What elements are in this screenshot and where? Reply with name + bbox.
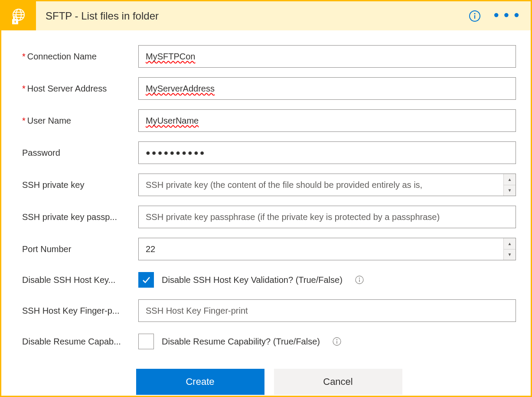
more-icon[interactable]: ● ● ● [493,9,520,23]
info-icon[interactable] [355,275,364,285]
password-input[interactable]: ●●●●●●●●●● [138,141,516,164]
svg-point-15 [336,339,337,340]
chevron-down-icon[interactable]: ▼ [504,185,516,196]
host-address-input[interactable]: MyServerAddress [138,77,516,100]
connection-name-label: *Connection Name [22,52,138,62]
create-button[interactable]: Create [136,369,264,395]
password-label: Password [22,148,138,158]
ssh-key-stepper[interactable]: ▲ ▼ [503,174,516,196]
ssh-passphrase-input[interactable] [138,206,516,228]
chevron-down-icon[interactable]: ▼ [504,249,516,260]
user-name-input[interactable]: MyUserName [138,109,516,132]
port-stepper[interactable]: ▲ ▼ [503,238,516,260]
info-icon[interactable] [332,337,342,346]
disable-hostkey-label: Disable SSH Host Key... [22,275,138,285]
chevron-up-icon[interactable]: ▲ [504,238,516,249]
disable-resume-checkbox[interactable] [138,334,154,349]
chevron-up-icon[interactable]: ▲ [504,174,516,185]
cancel-button[interactable]: Cancel [274,369,402,395]
ssh-passphrase-label: SSH private key passp... [22,212,138,222]
ssh-key-label: SSH private key [22,180,138,190]
host-address-label: *Host Server Address [22,84,138,94]
header-title: SFTP - List files in folder [46,10,468,22]
disable-hostkey-desc: Disable SSH Host Key Validation? (True/F… [162,275,343,285]
connector-config-panel: SFTP - List files in folder ● ● ● *Conne… [0,0,532,397]
sftp-globe-lock-icon [1,1,36,30]
disable-hostkey-checkbox[interactable] [138,272,154,288]
svg-point-9 [474,13,475,14]
fingerprint-input[interactable] [138,299,516,322]
user-name-label: *User Name [22,116,138,126]
connection-name-input[interactable]: MySFTPCon [138,45,516,68]
form-area: *Connection Name MySFTPCon *Host Server … [1,30,531,397]
info-icon[interactable] [468,10,481,23]
port-input[interactable]: 22 ▲ ▼ [138,238,516,260]
disable-resume-label: Disable Resume Capab... [22,337,138,347]
ssh-key-input[interactable]: SSH private key (the content of the file… [138,174,516,196]
port-label: Port Number [22,244,138,254]
svg-point-12 [359,278,360,279]
fingerprint-label: SSH Host Key Finger-p... [22,306,138,316]
panel-header: SFTP - List files in folder ● ● ● [1,1,531,30]
disable-resume-desc: Disable Resume Capability? (True/False) [162,337,320,347]
checkmark-icon [141,275,151,285]
